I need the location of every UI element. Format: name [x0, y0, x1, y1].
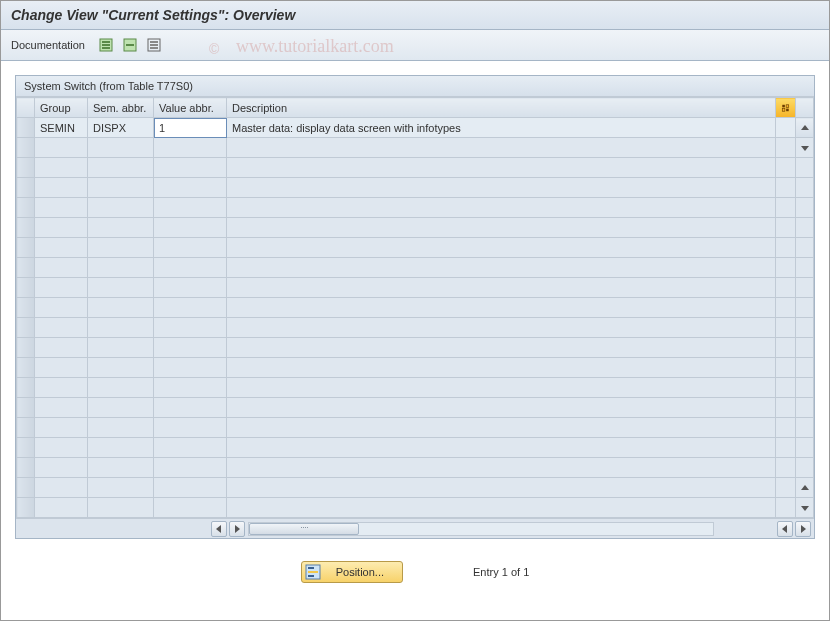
cell-description: [227, 358, 776, 378]
vscroll-track: [796, 318, 814, 338]
hscroll-thumb-main[interactable]: ᠁: [249, 523, 359, 535]
row-selector[interactable]: [17, 298, 35, 318]
column-header-value-abbr[interactable]: Value abbr.: [154, 98, 227, 118]
row-selector[interactable]: [17, 138, 35, 158]
row-selector[interactable]: [17, 218, 35, 238]
documentation-button[interactable]: Documentation: [11, 39, 85, 51]
cell-sem-abbr: [88, 398, 154, 418]
svg-marker-17: [801, 506, 809, 511]
cell-sem-abbr: [88, 298, 154, 318]
row-selector[interactable]: [17, 498, 35, 518]
row-selector[interactable]: [17, 258, 35, 278]
cell-spare: [776, 158, 796, 178]
cell-group: [35, 358, 88, 378]
svg-rect-12: [782, 108, 785, 111]
header-bar: Change View "Current Settings": Overview: [1, 1, 829, 30]
cell-description: Master data: display data screen with in…: [227, 118, 776, 138]
column-header-sem-abbr[interactable]: Sem. abbr.: [88, 98, 154, 118]
svg-rect-3: [102, 47, 110, 49]
cell-description: [227, 198, 776, 218]
collapse-all-icon[interactable]: [121, 36, 139, 54]
cell-group: [35, 478, 88, 498]
entry-status-text: Entry 1 of 1: [473, 566, 529, 578]
hscroll-track-main[interactable]: ᠁: [248, 522, 714, 536]
cell-group: [35, 338, 88, 358]
cell-value-abbr: [154, 438, 227, 458]
hscroll-right-button[interactable]: [229, 521, 245, 537]
cell-group: [35, 138, 88, 158]
cell-description: [227, 218, 776, 238]
table-settings-button[interactable]: [776, 98, 796, 118]
cell-value-abbr: [154, 318, 227, 338]
hscroll-right2-button[interactable]: [795, 521, 811, 537]
cell-description: [227, 178, 776, 198]
cell-value-abbr: [154, 138, 227, 158]
row-selector[interactable]: [17, 438, 35, 458]
cell-value-abbr[interactable]: 1: [154, 118, 227, 138]
vscroll-up2-button[interactable]: [796, 478, 814, 498]
svg-rect-25: [308, 575, 314, 577]
vscroll-track: [796, 258, 814, 278]
row-selector[interactable]: [17, 478, 35, 498]
row-selector[interactable]: [17, 458, 35, 478]
cell-value-abbr: [154, 218, 227, 238]
column-header-description[interactable]: Description: [227, 98, 776, 118]
cell-spare: [776, 318, 796, 338]
row-selector[interactable]: [17, 358, 35, 378]
cell-group: [35, 178, 88, 198]
cell-sem-abbr: [88, 438, 154, 458]
footer-row: Position... Entry 1 of 1: [15, 539, 815, 609]
cell-value-abbr: [154, 418, 227, 438]
row-selector[interactable]: [17, 238, 35, 258]
position-icon: [304, 563, 322, 581]
select-all-header[interactable]: [17, 98, 35, 118]
position-button[interactable]: Position...: [301, 561, 403, 583]
cell-description: [227, 478, 776, 498]
svg-marker-16: [801, 485, 809, 490]
svg-marker-18: [216, 525, 221, 533]
vscroll-track: [796, 218, 814, 238]
cell-value-abbr: [154, 258, 227, 278]
row-selector[interactable]: [17, 278, 35, 298]
vscroll-track: [796, 378, 814, 398]
cell-spare: [776, 298, 796, 318]
svg-rect-1: [102, 41, 110, 43]
cell-description: [227, 418, 776, 438]
svg-marker-15: [801, 146, 809, 151]
content-area: System Switch (from Table T77S0) Group S…: [1, 61, 829, 619]
cell-spare: [776, 338, 796, 358]
cell-description: [227, 378, 776, 398]
cell-group: [35, 238, 88, 258]
hscroll-left-button[interactable]: [211, 521, 227, 537]
table-container: System Switch (from Table T77S0) Group S…: [15, 75, 815, 539]
cell-group: [35, 258, 88, 278]
row-selector[interactable]: [17, 158, 35, 178]
vscroll-down-button[interactable]: [796, 138, 814, 158]
row-selector[interactable]: [17, 198, 35, 218]
column-header-group[interactable]: Group: [35, 98, 88, 118]
svg-rect-7: [150, 41, 158, 43]
cell-description: [227, 338, 776, 358]
row-selector[interactable]: [17, 178, 35, 198]
cell-spare: [776, 498, 796, 518]
vscroll-up-button[interactable]: [796, 118, 814, 138]
cell-sem-abbr: [88, 178, 154, 198]
toolbar: Documentation: [1, 30, 829, 61]
cell-description: [227, 258, 776, 278]
cell-spare: [776, 358, 796, 378]
cell-spare: [776, 238, 796, 258]
row-selector[interactable]: [17, 118, 35, 138]
row-selector[interactable]: [17, 318, 35, 338]
hscroll-left2-button[interactable]: [777, 521, 793, 537]
expand-all-icon[interactable]: [97, 36, 115, 54]
select-block-icon[interactable]: [145, 36, 163, 54]
row-selector[interactable]: [17, 418, 35, 438]
cell-spare: [776, 478, 796, 498]
vscroll-down2-button[interactable]: [796, 498, 814, 518]
cell-group: [35, 218, 88, 238]
cell-description: [227, 458, 776, 478]
row-selector[interactable]: [17, 378, 35, 398]
row-selector[interactable]: [17, 398, 35, 418]
cell-spare: [776, 218, 796, 238]
row-selector[interactable]: [17, 338, 35, 358]
